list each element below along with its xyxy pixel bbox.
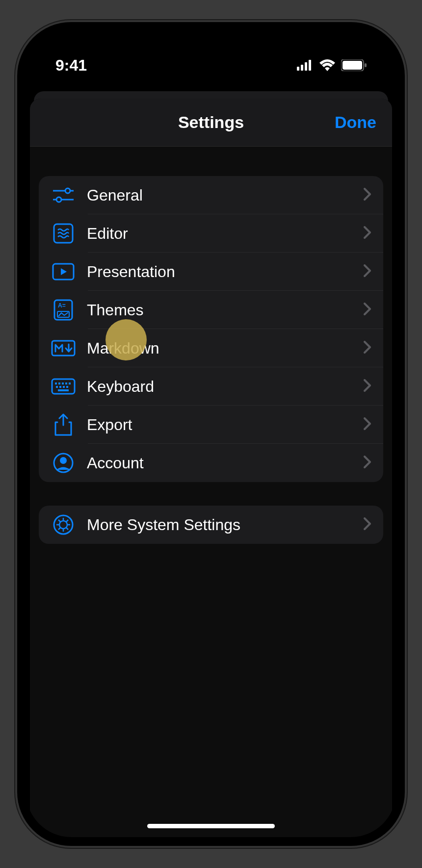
row-label: Export xyxy=(87,416,364,434)
chevron-right-icon xyxy=(364,417,371,432)
home-indicator[interactable] xyxy=(147,824,275,828)
settings-row-editor[interactable]: Editor xyxy=(39,214,383,253)
markdown-icon xyxy=(49,340,78,357)
settings-row-themes[interactable]: A= Themes xyxy=(39,291,383,329)
svg-rect-22 xyxy=(69,383,71,384)
svg-rect-26 xyxy=(66,386,68,388)
svg-text:A=: A= xyxy=(58,302,66,309)
settings-row-keyboard[interactable]: Keyboard xyxy=(39,367,383,406)
svg-rect-24 xyxy=(59,386,61,388)
phone-frame: 9:41 Settings Done xyxy=(17,22,405,846)
row-label: Markdown xyxy=(87,339,364,357)
row-label: Editor xyxy=(87,225,364,243)
chevron-right-icon xyxy=(364,341,371,356)
svg-rect-11 xyxy=(54,224,73,243)
content-area[interactable]: General Editor xyxy=(30,147,392,544)
svg-point-8 xyxy=(65,188,70,193)
svg-rect-20 xyxy=(62,383,64,384)
svg-point-29 xyxy=(60,457,67,464)
settings-row-general[interactable]: General xyxy=(39,176,383,214)
keyboard-icon xyxy=(49,378,78,395)
svg-rect-1 xyxy=(301,65,303,71)
row-label: General xyxy=(87,186,364,204)
status-indicators xyxy=(297,59,367,71)
svg-line-39 xyxy=(58,528,60,530)
svg-rect-23 xyxy=(56,386,58,388)
gear-icon xyxy=(49,514,78,535)
settings-modal: Settings Done General xyxy=(30,99,392,837)
chevron-right-icon xyxy=(364,226,371,241)
row-label: Account xyxy=(87,454,364,472)
chevron-right-icon xyxy=(364,303,371,317)
phone-screen: 9:41 Settings Done xyxy=(26,31,396,837)
settings-row-presentation[interactable]: Presentation xyxy=(39,253,383,291)
settings-group-system: More System Settings xyxy=(39,506,383,544)
settings-row-markdown[interactable]: Markdown xyxy=(39,329,383,367)
svg-rect-19 xyxy=(58,383,60,384)
row-label: Presentation xyxy=(87,263,364,281)
svg-rect-2 xyxy=(305,62,307,71)
svg-point-10 xyxy=(56,197,61,202)
chevron-right-icon xyxy=(364,456,371,470)
done-button[interactable]: Done xyxy=(335,113,376,132)
svg-rect-3 xyxy=(309,60,311,71)
chevron-right-icon xyxy=(364,188,371,203)
themes-icon: A= xyxy=(49,299,78,321)
settings-row-account[interactable]: Account xyxy=(39,444,383,482)
row-label: Keyboard xyxy=(87,378,364,396)
navigation-bar: Settings Done xyxy=(30,99,392,147)
play-icon xyxy=(49,263,78,281)
editor-icon xyxy=(49,223,78,244)
chevron-right-icon xyxy=(364,379,371,394)
cellular-signal-icon xyxy=(297,60,314,71)
svg-rect-6 xyxy=(365,63,367,67)
settings-row-export[interactable]: Export xyxy=(39,406,383,444)
svg-rect-0 xyxy=(297,67,299,71)
wifi-icon xyxy=(319,59,335,71)
svg-rect-25 xyxy=(63,386,65,388)
svg-point-31 xyxy=(59,521,67,529)
svg-line-36 xyxy=(58,520,60,522)
chevron-right-icon xyxy=(364,517,371,532)
status-time: 9:41 xyxy=(55,56,87,75)
sliders-icon xyxy=(49,187,78,203)
account-icon xyxy=(49,453,78,473)
row-label: More System Settings xyxy=(87,516,364,534)
svg-line-37 xyxy=(66,528,68,530)
settings-group-main: General Editor xyxy=(39,176,383,482)
settings-row-more-system[interactable]: More System Settings xyxy=(39,506,383,544)
svg-rect-27 xyxy=(58,389,69,391)
battery-icon xyxy=(341,59,367,71)
svg-rect-21 xyxy=(65,383,67,384)
row-label: Themes xyxy=(87,301,364,319)
svg-rect-5 xyxy=(343,61,362,70)
svg-line-38 xyxy=(66,520,68,522)
export-icon xyxy=(49,413,78,436)
chevron-right-icon xyxy=(364,264,371,279)
status-bar: 9:41 xyxy=(26,31,396,85)
page-title: Settings xyxy=(178,113,244,132)
svg-rect-18 xyxy=(55,383,57,384)
